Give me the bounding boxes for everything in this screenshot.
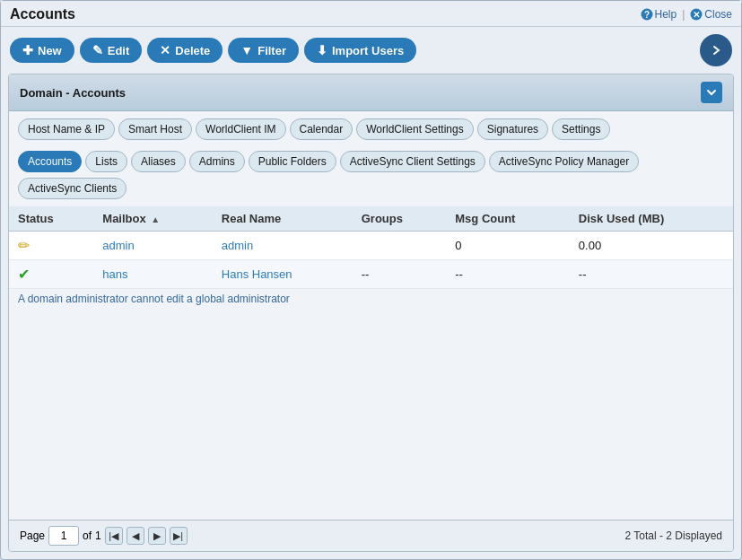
tab-signatures[interactable]: Signatures (477, 118, 548, 140)
chevron-right-icon (710, 44, 722, 57)
check-status-icon: ✔ (18, 267, 30, 282)
next-nav-button[interactable] (700, 34, 732, 66)
tab-worldclient-im[interactable]: WorldClient IM (196, 118, 285, 140)
accounts-table-container: Status Mailbox ▲ Real Name Groups Msg Co… (9, 206, 733, 520)
disk-used-cell: 0.00 (570, 232, 733, 260)
tab-admins[interactable]: Admins (189, 151, 245, 172)
collapse-button[interactable] (701, 82, 722, 103)
pagination: Page of 1 |◀ ◀ ▶ ▶| (20, 526, 188, 546)
total-display: 2 Total - 2 Displayed (624, 529, 722, 542)
tab-calendar[interactable]: Calendar (290, 118, 354, 140)
col-groups: Groups (353, 206, 447, 232)
tab-public-folders[interactable]: Public Folders (249, 151, 336, 172)
msg-count-cell: -- (446, 260, 570, 289)
sort-asc-icon: ▲ (151, 214, 160, 224)
tabs-row-2: Accounts Lists Aliases Admins Public Fol… (9, 144, 733, 176)
close-icon: ✕ (690, 8, 703, 21)
title-bar: Accounts ? Help | ✕ Close (1, 1, 741, 27)
delete-icon: ✕ (160, 43, 170, 57)
groups-cell: -- (353, 260, 447, 289)
page-label: Page (20, 529, 45, 542)
status-cell: ✔ (9, 260, 93, 289)
tab-activesync-policy-manager[interactable]: ActiveSync Policy Manager (489, 151, 639, 172)
svg-text:✕: ✕ (693, 10, 700, 20)
page-input[interactable] (48, 526, 79, 546)
filter-button[interactable]: ▼ Filter (228, 38, 299, 63)
tab-host-name-ip[interactable]: Host Name & IP (18, 118, 115, 140)
table-row: ✔ hans Hans Hansen -- -- -- (9, 260, 733, 289)
mailbox-cell[interactable]: admin (93, 232, 212, 260)
help-icon: ? (641, 8, 653, 21)
disk-used-cell: -- (570, 260, 733, 289)
prev-page-button[interactable]: ◀ (127, 527, 144, 545)
last-page-button[interactable]: ▶| (170, 527, 188, 545)
tab-smart-host[interactable]: Smart Host (118, 118, 192, 140)
col-disk-used: Disk Used (MB) (570, 206, 733, 232)
col-mailbox[interactable]: Mailbox ▲ (93, 206, 212, 232)
tab-worldclient-settings[interactable]: WorldClient Settings (356, 118, 474, 140)
section-title: Domain - Accounts (20, 86, 126, 100)
footer: Page of 1 |◀ ◀ ▶ ▶| 2 Total - 2 Displaye… (9, 520, 733, 551)
delete-button[interactable]: ✕ Delete (147, 38, 223, 63)
edit-icon: ✎ (92, 43, 103, 57)
table-row: ✏ admin admin 0 0.00 (9, 232, 733, 260)
real-name-cell: admin (213, 232, 353, 260)
info-message: A domain administrator cannot edit a glo… (9, 289, 733, 309)
svg-text:?: ? (643, 10, 649, 20)
plus-icon: ✚ (22, 43, 33, 57)
close-link[interactable]: ✕ Close (690, 8, 732, 21)
status-cell: ✏ (9, 232, 93, 260)
next-page-button[interactable]: ▶ (148, 527, 166, 545)
mailbox-cell[interactable]: hans (93, 260, 212, 289)
edit-status-icon: ✏ (18, 238, 30, 253)
main-window: Accounts ? Help | ✕ Close ✚ New (0, 0, 742, 560)
accounts-table: Status Mailbox ▲ Real Name Groups Msg Co… (9, 206, 733, 289)
col-real-name: Real Name (213, 206, 353, 232)
page-title: Accounts (10, 6, 75, 22)
first-page-button[interactable]: |◀ (105, 527, 123, 545)
new-button[interactable]: ✚ New (10, 38, 74, 63)
real-name-cell: Hans Hansen (213, 260, 353, 289)
chevron-down-icon (706, 87, 717, 98)
total-pages: 1 (95, 529, 101, 542)
content-area: Domain - Accounts Host Name & IP Smart H… (8, 74, 734, 552)
col-status: Status (9, 206, 93, 232)
tab-activesync-client-settings[interactable]: ActiveSync Client Settings (340, 151, 485, 172)
section-header: Domain - Accounts (9, 74, 733, 111)
title-bar-actions: ? Help | ✕ Close (641, 8, 733, 21)
tabs-row-3: ActiveSync Clients (9, 176, 733, 203)
import-icon: ⬇ (317, 43, 327, 57)
tab-aliases[interactable]: Aliases (131, 151, 186, 172)
groups-cell (353, 232, 447, 260)
of-label: of (83, 529, 92, 542)
toolbar: ✚ New ✎ Edit ✕ Delete ▼ Filter ⬇ Import … (1, 27, 741, 74)
col-msg-count: Msg Count (446, 206, 570, 232)
edit-button[interactable]: ✎ Edit (80, 38, 143, 63)
tabs-row-1: Host Name & IP Smart Host WorldClient IM… (9, 111, 733, 144)
tab-activesync-clients[interactable]: ActiveSync Clients (18, 178, 127, 199)
tab-settings[interactable]: Settings (552, 118, 610, 140)
msg-count-cell: 0 (446, 232, 570, 260)
help-link[interactable]: ? Help (641, 8, 677, 21)
filter-icon: ▼ (240, 43, 253, 57)
tab-lists[interactable]: Lists (85, 151, 127, 172)
tab-accounts[interactable]: Accounts (18, 151, 82, 172)
import-users-button[interactable]: ⬇ Import Users (304, 38, 416, 63)
